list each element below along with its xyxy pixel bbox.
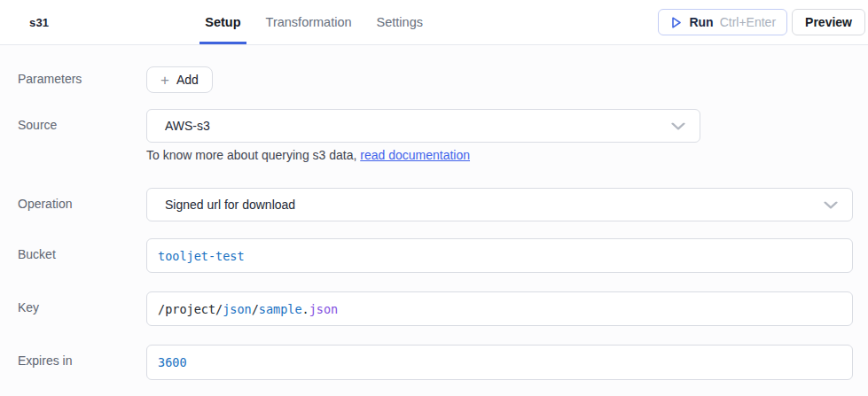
add-parameter-label: Add bbox=[176, 73, 199, 87]
source-helper-text: To know more about querying s3 data, rea… bbox=[146, 148, 853, 162]
expires-value: 3600 bbox=[158, 355, 187, 369]
query-name: s31 bbox=[29, 16, 49, 29]
expires-input[interactable]: 3600 bbox=[146, 345, 853, 380]
tab-bar: Setup Transformation Settings bbox=[199, 0, 428, 44]
preview-button[interactable]: Preview bbox=[792, 9, 865, 35]
parameters-row: Parameters + Add bbox=[18, 66, 868, 93]
run-shortcut-hint: Ctrl+Enter bbox=[720, 15, 776, 29]
read-documentation-link[interactable]: read documentation bbox=[360, 148, 470, 162]
query-setup-form: Parameters + Add Source AWS-s3 To know m… bbox=[0, 66, 868, 380]
bucket-input[interactable]: tooljet-test bbox=[146, 238, 853, 273]
key-value: /project/json/sample.json bbox=[158, 302, 338, 316]
operation-label: Operation bbox=[18, 188, 146, 212]
header-actions: Run Ctrl+Enter Preview bbox=[658, 9, 865, 35]
tab-settings[interactable]: Settings bbox=[371, 0, 428, 44]
source-row: Source AWS-s3 To know more about queryin… bbox=[18, 109, 868, 162]
bucket-row: Bucket tooljet-test bbox=[18, 238, 868, 273]
bucket-value: tooljet-test bbox=[158, 249, 245, 263]
play-icon bbox=[669, 16, 683, 29]
expires-label: Expires in bbox=[18, 345, 146, 369]
add-parameter-button[interactable]: + Add bbox=[146, 66, 213, 93]
bucket-label: Bucket bbox=[18, 238, 146, 262]
run-button-label: Run bbox=[689, 15, 713, 29]
expires-row: Expires in 3600 bbox=[18, 345, 868, 380]
run-button[interactable]: Run Ctrl+Enter bbox=[658, 9, 787, 35]
tab-transformation[interactable]: Transformation bbox=[261, 0, 357, 44]
source-selected-value: AWS-s3 bbox=[165, 119, 210, 133]
query-editor-header: s31 Setup Transformation Settings Run Ct… bbox=[0, 0, 868, 45]
source-select[interactable]: AWS-s3 bbox=[146, 109, 700, 143]
plus-icon: + bbox=[160, 73, 169, 88]
chevron-down-icon bbox=[671, 122, 685, 130]
operation-select[interactable]: Signed url for download bbox=[146, 188, 853, 221]
key-row: Key /project/json/sample.json bbox=[18, 291, 868, 326]
tab-setup[interactable]: Setup bbox=[199, 0, 246, 44]
parameters-label: Parameters bbox=[18, 66, 146, 87]
source-label: Source bbox=[18, 109, 146, 133]
operation-selected-value: Signed url for download bbox=[165, 198, 295, 212]
chevron-down-icon bbox=[824, 201, 838, 209]
key-label: Key bbox=[18, 291, 146, 315]
key-input[interactable]: /project/json/sample.json bbox=[146, 291, 853, 326]
operation-row: Operation Signed url for download bbox=[18, 188, 868, 221]
helper-text-prefix: To know more about querying s3 data, bbox=[146, 148, 360, 162]
